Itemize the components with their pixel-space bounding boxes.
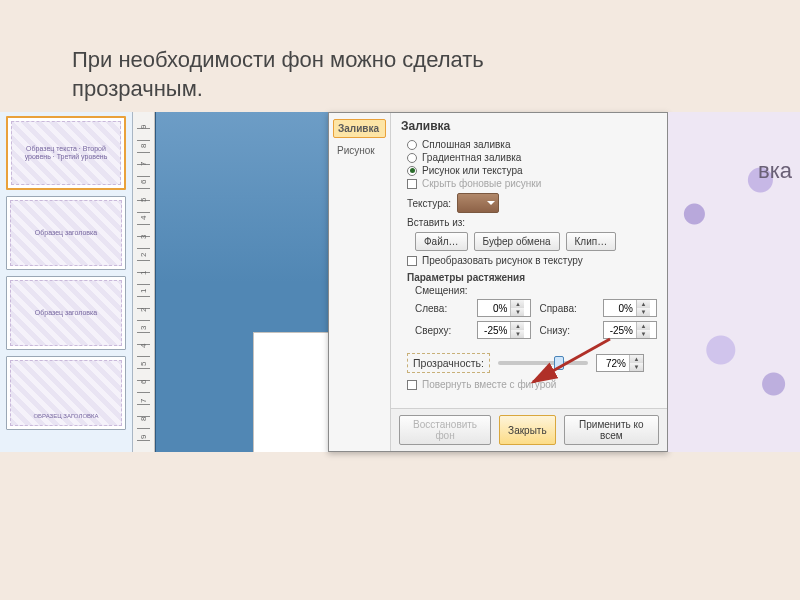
radio-solid-fill[interactable]: Сплошная заливка: [407, 139, 657, 150]
nav-fill[interactable]: Заливка: [333, 119, 386, 138]
slide-title: При необходимости фон можно сделать проз…: [72, 46, 750, 103]
check-hide-bg[interactable]: Скрыть фоновые рисунки: [407, 178, 657, 189]
check-rotate: Повернуть вместе с фигурой: [407, 379, 657, 390]
reset-bg-button: Восстановить фон: [399, 415, 491, 445]
checkbox-icon: [407, 179, 417, 189]
slide-thumb-3[interactable]: Образец заголовка: [6, 276, 126, 350]
radio-icon: [407, 140, 417, 150]
slide-thumb-4[interactable]: ОБРАЗЕЦ ЗАГОЛОВКА: [6, 356, 126, 430]
vertical-ruler: 987654321123456789: [133, 112, 155, 452]
transparency-value[interactable]: ▲▼: [596, 354, 644, 372]
close-button[interactable]: Закрыть: [499, 415, 556, 445]
stretch-params-label: Параметры растяжения: [407, 272, 657, 283]
dialog-footer: Восстановить фон Закрыть Применить ко вс…: [391, 408, 667, 451]
transparency-row: Прозрачность: ▲▼: [407, 353, 657, 373]
thumbnail-panel: Образец текста · Второй уровень · Третий…: [0, 112, 133, 452]
transparency-label: Прозрачность:: [413, 357, 484, 369]
transparency-slider[interactable]: [498, 361, 588, 365]
radio-icon: [407, 153, 417, 163]
radio-picture-fill[interactable]: Рисунок или текстура: [407, 165, 657, 176]
preview-partial-text: вка: [758, 158, 792, 184]
check-tile[interactable]: Преобразовать рисунок в текстуру: [407, 255, 657, 266]
clipboard-button[interactable]: Буфер обмена: [474, 232, 560, 251]
checkbox-icon: [407, 256, 417, 266]
spin-up-icon: ▲: [511, 300, 524, 308]
slider-thumb[interactable]: [554, 356, 564, 370]
radio-icon: [407, 166, 417, 176]
clip-button[interactable]: Клип…: [566, 232, 617, 251]
offset-right[interactable]: ▲▼: [603, 299, 657, 317]
slide-canvas[interactable]: [155, 112, 333, 452]
apply-all-button[interactable]: Применить ко всем: [564, 415, 659, 445]
slide-thumb-2[interactable]: Образец заголовка: [6, 196, 126, 270]
offsets-label: Смещения:: [415, 285, 657, 296]
texture-label: Текстура:: [407, 198, 451, 209]
spin-down-icon: ▼: [511, 308, 524, 316]
nav-picture[interactable]: Рисунок: [333, 142, 386, 159]
dialog-body: Заливка Сплошная заливка Градиентная зал…: [391, 113, 667, 451]
offset-left[interactable]: ▲▼: [477, 299, 531, 317]
insert-from-label: Вставить из:: [407, 217, 465, 228]
texture-row: Текстура:: [407, 193, 657, 213]
radio-gradient-fill[interactable]: Градиентная заливка: [407, 152, 657, 163]
offset-bottom[interactable]: ▲▼: [603, 321, 657, 339]
file-button[interactable]: Файл…: [415, 232, 468, 251]
offsets-grid: Слева: ▲▼ Справа: ▲▼ Сверху: ▲▼ Снизу: ▲…: [415, 299, 657, 339]
format-background-dialog: Заливка Рисунок Заливка Сплошная заливка…: [328, 112, 668, 452]
title-line1: При необходимости фон можно сделать: [72, 47, 484, 72]
offset-top[interactable]: ▲▼: [477, 321, 531, 339]
dialog-nav: Заливка Рисунок: [329, 113, 391, 451]
slide-thumb-1[interactable]: Образец текста · Второй уровень · Третий…: [6, 116, 126, 190]
dialog-heading: Заливка: [401, 119, 657, 133]
slide-corner: [253, 332, 333, 452]
title-line2: прозрачным.: [72, 76, 203, 101]
slide-preview: вка: [668, 112, 800, 452]
texture-picker[interactable]: [457, 193, 499, 213]
checkbox-icon: [407, 380, 417, 390]
